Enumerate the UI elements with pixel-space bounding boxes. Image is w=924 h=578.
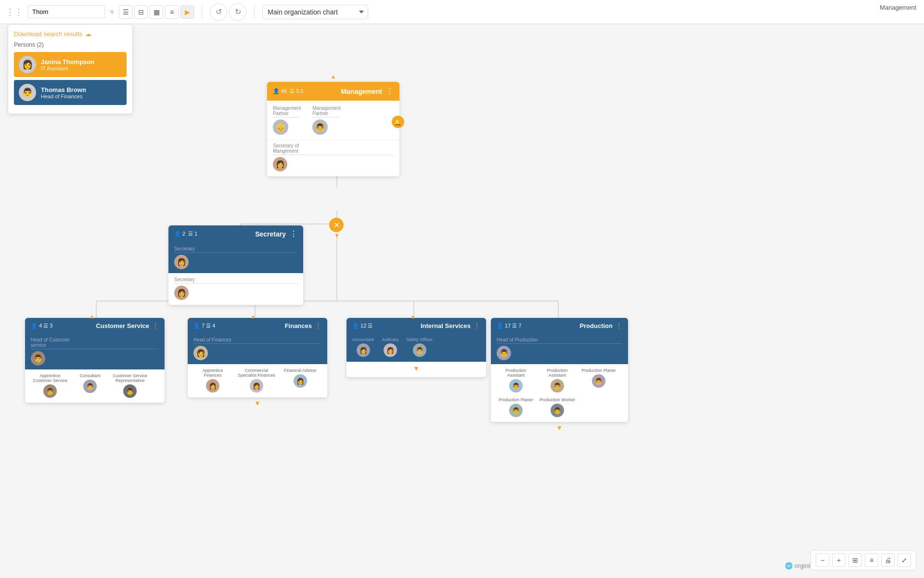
collapse-up-arrow[interactable]: ▲	[331, 73, 336, 80]
fin-apprentice-label: ApprenticeFinances	[202, 368, 223, 378]
avatar-thomas: 👨	[19, 84, 36, 101]
fin-count: 👤 7 ☰ 4	[193, 323, 215, 329]
prod-role-4-avatar: 👨	[509, 404, 523, 417]
cs-apprentice-avatar: 👨	[43, 384, 57, 398]
secretary-node: 👤 2 ☰ 1 Secretary ⋮ Secretary 👩 Secretar…	[168, 225, 303, 305]
undo-redo-group: ↺ ↻	[210, 3, 246, 21]
fin-advisor-label: Financial Advisor	[284, 368, 317, 373]
secretary-menu-icon[interactable]: ⋮	[290, 229, 297, 238]
cs-consultant-avatar: 👨	[83, 380, 97, 393]
cs-role-apprentice: ApprenticeCustomer Service 👨	[31, 373, 69, 398]
cs-consultant-label: Consultant	[79, 373, 100, 378]
is-expand-section: ▼	[346, 362, 486, 377]
fin-expand-arrow[interactable]: ▼	[254, 399, 261, 407]
is-menu-icon[interactable]: ⋮	[474, 322, 480, 329]
search-input[interactable]	[28, 5, 105, 18]
toolbar: ⋮⋮ × ☰ ⊟ ▦ ≡ ▶ ↺ ↻ Main organization cha…	[0, 0, 924, 24]
search-result-thomas-brown[interactable]: 👨 Thomas Brown Head of Finances	[14, 80, 127, 105]
cs-roles-section: ApprenticeCustomer Service 👨 Consultant …	[25, 369, 165, 403]
secretary-sub-section: Secretary 👩	[168, 273, 303, 305]
play-button[interactable]: ▶	[180, 5, 194, 19]
cs-menu-icon[interactable]: ⋮	[152, 322, 159, 329]
mgmt-doc-count: ☰ 5.5	[290, 88, 303, 94]
junction-icon[interactable]: ✕	[329, 218, 344, 232]
fin-role-apprentice: ApprenticeFinances 👩	[193, 368, 232, 393]
persons-count-label: Persons (2)	[14, 41, 127, 48]
is-accountant-label: Accountant	[352, 337, 374, 342]
mgmt-partner-label-1: ManagementPartner	[273, 105, 301, 118]
top-right-label: Management	[880, 4, 916, 11]
search-result-janina-thompson[interactable]: 👩 Janina Thompson IT Assistant	[14, 52, 127, 77]
outline-view-button[interactable]: ≡	[165, 5, 179, 19]
prod-role-3-label: Production Planer	[581, 368, 616, 373]
fin-head-section: Head of Finances 👩	[188, 333, 327, 364]
separator	[202, 5, 202, 19]
search-panel: Download search results ☁ Persons (2) 👩 …	[8, 24, 133, 114]
cs-header: 👤 4 ☰ 3 Customer Service ⋮	[25, 318, 165, 333]
production-node: 👤 17 ☰ 7 Production ⋮ Head of Production…	[491, 318, 628, 422]
sec-role-label: Secretary	[174, 246, 297, 253]
prod-head-avatar: 👨	[497, 346, 511, 360]
prod-role-3: Production Planer 👨	[579, 368, 618, 393]
is-judiciary-label: Judiciary	[382, 337, 399, 342]
zoom-out-button[interactable]: −	[816, 553, 829, 567]
notification-badge[interactable]: 🔔	[392, 116, 404, 128]
export-button[interactable]: ⤢	[898, 553, 911, 567]
list-view-button[interactable]: ☰	[119, 5, 132, 19]
cs-apprentice-label: ApprenticeCustomer Service	[33, 373, 67, 383]
prod-title: Production	[579, 322, 613, 329]
print-button[interactable]: 🖨	[881, 553, 895, 567]
clear-search-button[interactable]: ×	[110, 8, 114, 16]
management-menu-icon[interactable]: ⋮	[386, 87, 394, 96]
prod-role-2-label: Production Assistant	[538, 368, 577, 378]
zoom-in-button[interactable]: +	[832, 553, 846, 567]
orginio-logo-icon: 🌐	[785, 562, 793, 569]
is-safety-label: Safety Officer	[407, 337, 433, 342]
is-count: 👤 12 ☰	[352, 323, 372, 329]
finances-node: 👤 7 ☰ 4 Finances ⋮ Head of Finances 👩 Ap…	[188, 318, 327, 397]
cs-head-avatar: 👨	[31, 351, 45, 366]
undo-button[interactable]: ↺	[210, 3, 227, 21]
fin-commercial-avatar: 👩	[250, 379, 263, 393]
is-header: 👤 12 ☰ Internal Services ⋮	[346, 318, 486, 333]
is-role-safety: Safety Officer 👨	[407, 337, 433, 357]
avatar-sec-mgmt: 👩	[273, 157, 287, 171]
person-role: Head of Finances	[41, 93, 86, 99]
fin-menu-icon[interactable]: ⋮	[315, 322, 321, 329]
cs-count: 👤 4 ☰ 3	[31, 323, 52, 329]
list-layout-button[interactable]: ≡	[865, 553, 878, 567]
prod-role-5: Production Worker 👨	[538, 397, 577, 417]
redo-button[interactable]: ↻	[229, 3, 246, 21]
secretary-mgmt-section: Secretary ofMangement 👩	[267, 140, 399, 176]
prod-role-5-avatar: 👨	[551, 404, 564, 417]
download-search-results-link[interactable]: Download search results ☁	[14, 30, 127, 38]
is-role-judiciary: Judiciary 👩	[382, 337, 399, 357]
grid-button[interactable]: ⊞	[848, 553, 862, 567]
person-role: IT Assistant	[41, 66, 94, 71]
secretary-header: 👤 2 ☰ 1 Secretary ⋮	[168, 225, 303, 242]
prod-head-label: Head of Production	[497, 337, 622, 344]
prod-role-1-avatar: 👨	[509, 379, 523, 393]
prod-count: 👤 17 ☰ 7	[497, 323, 522, 329]
cs-up-arrow: ▲	[89, 313, 95, 320]
table-view-button[interactable]: ▦	[150, 5, 163, 19]
cs-role-rep: Customer ServiceRepresentative 👨	[111, 373, 149, 398]
secretary-role-section: Secretary 👩	[168, 242, 303, 273]
cloud-icon: ☁	[85, 30, 91, 38]
down-arrow: ▼	[334, 232, 340, 239]
avatar-mgmt-1: 👴	[273, 119, 288, 135]
cs-role-consultant: Consultant 👨	[73, 373, 107, 398]
prod-menu-icon[interactable]: ⋮	[616, 322, 622, 329]
grid-view-button[interactable]: ⊟	[134, 5, 148, 19]
prod-role-3-avatar: 👨	[592, 374, 605, 388]
fin-up-arrow: ▲	[250, 313, 256, 320]
person-name: Thomas Brown	[41, 86, 86, 93]
person-name: Janina Thompson	[41, 58, 94, 66]
prod-role-1: Production Assistant 👨	[497, 368, 535, 393]
chart-selector[interactable]: Main organization chart	[262, 5, 368, 19]
prod-head-section: Head of Production 👨	[491, 333, 628, 364]
is-expand-arrow[interactable]: ▼	[413, 365, 420, 372]
fin-roles-section: ApprenticeFinances 👩 CommercialSpecialis…	[188, 364, 327, 397]
prod-expand-arrow[interactable]: ▼	[556, 424, 563, 432]
sec-doc-count: ☰ 1	[188, 231, 197, 237]
